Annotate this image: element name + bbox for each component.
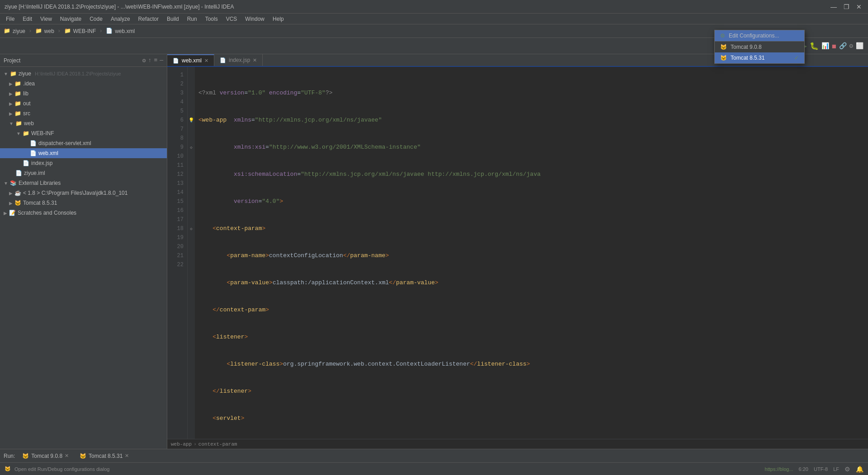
code-line-1: <?xml version="1.0" encoding="UTF-8"?> xyxy=(198,89,868,98)
expand-button[interactable]: ⬜ xyxy=(856,42,863,50)
run-label: Run: xyxy=(4,453,15,459)
status-message: Open edit Run/Debug configurations dialo… xyxy=(14,466,109,472)
tree-item-iml[interactable]: 📄 ziyue.iml xyxy=(0,168,167,178)
maximize-button[interactable]: ❐ xyxy=(842,3,851,10)
menu-item-window[interactable]: Window xyxy=(241,15,268,23)
sidebar-hide-icon[interactable]: — xyxy=(160,57,163,64)
tree-arrow-idea: ▶ xyxy=(9,81,13,86)
tree-arrow-lib: ▶ xyxy=(9,91,13,96)
tree-item-idea[interactable]: ▶ 📁 .idea xyxy=(0,79,167,89)
code-line-6: <context-param> xyxy=(198,224,868,233)
jdk-icon: ☕ xyxy=(14,190,21,196)
debug-button[interactable]: 🐛 xyxy=(810,42,819,51)
check-icon: ✓ xyxy=(794,55,799,61)
run-tab-tomcat8-close[interactable]: ✕ xyxy=(125,453,129,459)
scratches-icon: 📝 xyxy=(9,210,16,216)
menu-item-analyze[interactable]: Analyze xyxy=(107,15,134,23)
code-line-11: <listener-class>org.springframework.web.… xyxy=(198,360,868,369)
tree-item-jdk[interactable]: ▶ ☕ < 1.8 > C:\Program Files\Java\jdk1.8… xyxy=(0,188,167,198)
attach-debugger-button[interactable]: 🔗 xyxy=(839,42,847,50)
edit-config-label: Edit Configurations... xyxy=(729,33,779,39)
code-line-10: <listener> xyxy=(198,333,868,342)
menu-item-vcs[interactable]: VCS xyxy=(222,15,241,23)
tree-item-lib[interactable]: ▶ 📁 lib xyxy=(0,89,167,99)
breadcrumb-webxml[interactable]: web.xml xyxy=(115,28,135,34)
minimize-button[interactable]: — xyxy=(829,3,838,10)
tree-item-tomcat[interactable]: ▶ 🐱 Tomcat 8.5.31 xyxy=(0,198,167,208)
status-bar: 🐱 Open edit Run/Debug configurations dia… xyxy=(0,462,868,475)
run-tab-tomcat9-label: Tomcat 9.0.8 xyxy=(31,453,62,459)
tree-item-indexjsp[interactable]: 📄 index.jsp xyxy=(0,158,167,168)
main-layout: Project ⚙ ↑ ≡ — ▼ 📁 ziyue H:\IntelliJ ID… xyxy=(0,54,868,449)
close-button[interactable]: ✕ xyxy=(854,3,863,10)
tomcat8-icon: 🐱 xyxy=(720,55,727,61)
sidebar-gear-icon[interactable]: ≡ xyxy=(154,57,157,64)
run-tab-tomcat9[interactable]: 🐱 Tomcat 9.0.8 ✕ xyxy=(19,452,72,460)
run-tab-tomcat9-close[interactable]: ✕ xyxy=(65,453,69,459)
breadcrumb-context-param[interactable]: context-param xyxy=(198,442,237,447)
tab-close-webxml[interactable]: ✕ xyxy=(204,58,208,64)
tab-webxml[interactable]: 📄 web.xml ✕ xyxy=(167,54,214,66)
run-tab-tomcat8[interactable]: 🐱 Tomcat 8.5.31 ✕ xyxy=(76,452,132,460)
lightbulb-icon-6[interactable]: 💡 xyxy=(188,116,195,125)
breadcrumb-webap[interactable]: web-app xyxy=(171,442,192,447)
tree-label-scratches: Scratches and Consoles xyxy=(18,210,76,216)
config-item-tomcat8[interactable]: 🐱 Tomcat 8.5.31 ✓ xyxy=(715,52,804,63)
tab-indexjsp[interactable]: 📄 index.jsp ✕ xyxy=(214,54,263,66)
sidebar-collapse-icon[interactable]: ↑ xyxy=(148,57,152,64)
settings-button[interactable]: ⚙ xyxy=(849,42,853,50)
tree-arrow-out: ▶ xyxy=(9,101,13,106)
code-content[interactable]: <?xml version="1.0" encoding="UTF-8"?> <… xyxy=(195,67,868,439)
menu-item-view[interactable]: View xyxy=(37,15,56,23)
status-linesep[interactable]: LF xyxy=(833,466,839,472)
file-icon-webxml: 📄 xyxy=(106,28,113,34)
tree-arrow-web: ▼ xyxy=(9,121,14,126)
project-icon: 📁 xyxy=(4,28,10,34)
config-item-tomcat9[interactable]: 🐱 Tomcat 9.0.8 xyxy=(715,42,804,52)
status-encoding[interactable]: UTF-8 xyxy=(814,466,828,472)
edit-configurations-item[interactable]: ⚙ Edit Configurations... xyxy=(715,30,804,42)
status-settings-icon[interactable]: ⚙ xyxy=(844,466,850,473)
run-with-coverage-button[interactable]: 📊 xyxy=(821,42,829,50)
menu-item-edit[interactable]: Edit xyxy=(19,15,36,23)
run-tab-tomcat8-label: Tomcat 8.5.31 xyxy=(89,453,123,459)
menu-item-file[interactable]: File xyxy=(2,15,18,23)
menu-item-build[interactable]: Build xyxy=(163,15,183,23)
tab-close-indexjsp[interactable]: ✕ xyxy=(253,57,257,63)
sidebar-settings-icon[interactable]: ⚙ xyxy=(142,57,146,64)
tree-label-extlib: External Libraries xyxy=(19,180,61,186)
stop-button[interactable]: ◼ xyxy=(832,42,836,51)
tree-item-webinf[interactable]: ▼ 📁 WEB-INF xyxy=(0,128,167,138)
breadcrumb-web[interactable]: web xyxy=(44,28,54,34)
tree-item-extlib[interactable]: ▼ 📚 External Libraries xyxy=(0,178,167,188)
title-bar: ziyue [H:\IntelliJ IDEA 2018.1.2\Project… xyxy=(0,0,868,14)
tree-item-webxml[interactable]: 📄 web.xml xyxy=(0,148,167,158)
breadcrumb-ziyue[interactable]: ziyue xyxy=(13,28,25,34)
tree-label-out: out xyxy=(23,100,31,107)
fold-icon-9[interactable]: ◇ xyxy=(188,143,195,152)
folder-icon-out: 📁 xyxy=(14,100,21,107)
code-line-12: </listener> xyxy=(198,387,868,396)
status-position[interactable]: 6:20 xyxy=(799,466,808,472)
tomcat-icon: 🐱 xyxy=(14,200,21,206)
menu-item-navigate[interactable]: Navigate xyxy=(57,15,85,23)
menu-item-tools[interactable]: Tools xyxy=(202,15,222,23)
status-tomcat-icon: 🐱 xyxy=(5,466,11,472)
menu-bar: FileEditViewNavigateCodeAnalyzeRefactorB… xyxy=(0,14,868,24)
breadcrumb-webinf[interactable]: WEB-INF xyxy=(73,28,96,34)
tree-item-scratches[interactable]: ▶ 📝 Scratches and Consoles xyxy=(0,208,167,218)
tree-label-src: src xyxy=(23,110,30,117)
tree-item-ziyue[interactable]: ▼ 📁 ziyue H:\IntelliJ IDEA 2018.1.2\Proj… xyxy=(0,69,167,79)
tree-item-out[interactable]: ▶ 📁 out xyxy=(0,99,167,108)
menu-item-code[interactable]: Code xyxy=(86,15,106,23)
status-notification-icon[interactable]: 🔔 xyxy=(856,466,863,473)
menu-item-refactor[interactable]: Refactor xyxy=(135,15,162,23)
tree-item-dispatcher-xml[interactable]: 📄 dispatcher-servlet.xml xyxy=(0,138,167,148)
tree-item-web[interactable]: ▼ 📁 web xyxy=(0,118,167,128)
menu-item-help[interactable]: Help xyxy=(269,15,288,23)
menu-item-run[interactable]: Run xyxy=(184,15,201,23)
tree-item-src[interactable]: ▶ 📁 src xyxy=(0,108,167,118)
editor-area: 📄 web.xml ✕ 📄 index.jsp ✕ 12345 678910 1… xyxy=(167,54,868,449)
config-label-tomcat8: Tomcat 8.5.31 xyxy=(731,55,764,61)
fold-icon-18[interactable]: ◇ xyxy=(188,224,195,233)
